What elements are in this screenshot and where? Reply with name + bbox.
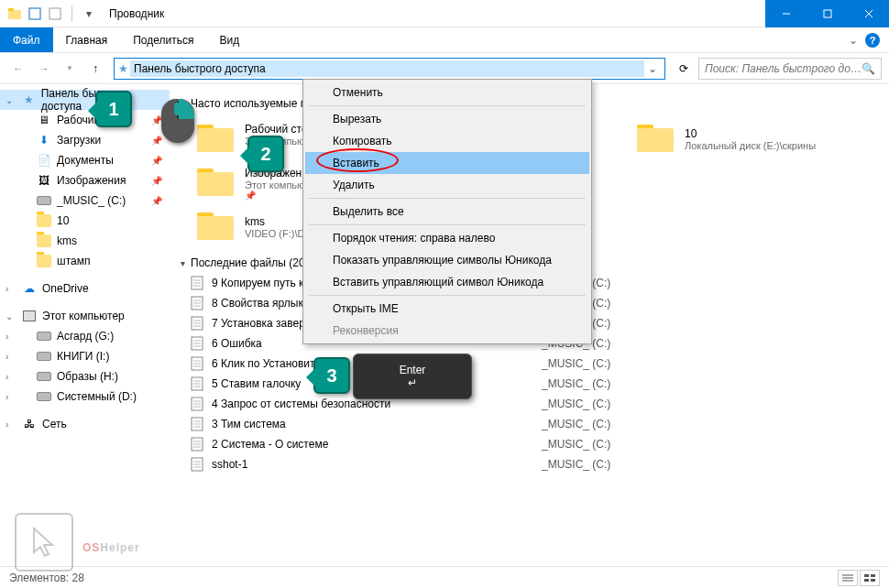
search-input[interactable]	[705, 62, 862, 75]
file-icon	[188, 437, 206, 452]
context-menu-item[interactable]: Открыть IME	[305, 298, 589, 320]
file-name: 2 Система - О системе	[212, 438, 542, 451]
svg-rect-5	[824, 10, 831, 17]
drive-icon	[37, 329, 51, 343]
nav-history-dropdown[interactable]: ▼	[59, 58, 81, 80]
context-menu-item[interactable]: Порядок чтения: справа налево	[305, 227, 589, 249]
view-icons-button[interactable]	[860, 570, 880, 586]
context-menu-item[interactable]: Вставить	[305, 152, 589, 174]
nav-forward-button[interactable]: →	[33, 58, 55, 80]
minimize-button[interactable]	[765, 0, 807, 27]
sidebar-item[interactable]: ›КНИГИ (I:)	[0, 346, 170, 366]
pin-icon: 📌	[151, 156, 162, 166]
file-icon	[188, 296, 206, 310]
maximize-button[interactable]	[807, 0, 848, 27]
file-icon	[188, 457, 206, 472]
ribbon-expand-icon[interactable]: ⌄	[849, 34, 858, 47]
address-bar[interactable]: ★ ⌄	[114, 58, 665, 80]
sidebar-item[interactable]: ⌄Этот компьютер	[0, 306, 170, 326]
chevron-right-icon[interactable]: ›	[5, 284, 8, 294]
recent-file-item[interactable]: 3 Тим система_MUSIC_ (C:)	[188, 414, 889, 434]
address-dropdown-icon[interactable]: ⌄	[644, 62, 661, 75]
search-box[interactable]: 🔍	[698, 58, 882, 80]
context-menu-item[interactable]: Вырезать	[305, 108, 589, 130]
svg-rect-51	[864, 574, 869, 577]
recent-file-item[interactable]: 2 Система - О системе_MUSIC_ (C:)	[188, 434, 889, 454]
recent-file-item[interactable]: 5 Ставим галочку_MUSIC_ (C:)	[188, 374, 889, 394]
sidebar-item-label: Асгард (G:)	[57, 330, 114, 343]
folder-location: Локальный диск (E:)\скрины	[685, 140, 842, 151]
svg-rect-53	[864, 579, 869, 582]
sidebar-item[interactable]: kms	[0, 231, 170, 251]
sidebar-item[interactable]: 📄Документы📌	[0, 150, 170, 170]
drive-icon	[37, 349, 51, 364]
sidebar-item[interactable]: 10	[0, 211, 170, 231]
qa-properties-icon[interactable]	[27, 6, 42, 21]
help-icon[interactable]: ?	[865, 33, 880, 48]
sidebar-item[interactable]: ›🖧Сеть	[0, 414, 170, 434]
annotation-badge-2: 2	[247, 136, 284, 172]
nav-up-button[interactable]: ↑	[84, 58, 106, 80]
separator	[71, 5, 72, 22]
svg-rect-1	[8, 8, 14, 11]
network-icon: 🖧	[22, 417, 37, 431]
chevron-right-icon[interactable]: ›	[5, 352, 8, 362]
close-button[interactable]	[848, 0, 889, 27]
sidebar-item[interactable]: ⌄★Панель быстрого доступа	[0, 90, 170, 110]
chevron-right-icon[interactable]: ›	[5, 392, 8, 402]
sidebar-item[interactable]: ›Образы (H:)	[0, 366, 170, 387]
sidebar-item-label: Изображения	[57, 174, 126, 187]
file-location: _MUSIC_ (C:)	[542, 458, 610, 471]
search-icon[interactable]: 🔍	[862, 62, 875, 75]
chevron-right-icon[interactable]: ›	[5, 372, 8, 382]
chevron-down-icon[interactable]: ⌄	[5, 95, 13, 105]
sidebar-item[interactable]: 🖥Рабочий стол📌	[0, 110, 170, 130]
view-details-button[interactable]	[838, 570, 858, 586]
annotation-badge-1: 1	[95, 91, 132, 127]
desktop-icon: 🖥	[37, 113, 51, 127]
annotation-badge-3: 3	[313, 357, 350, 394]
sidebar-item[interactable]: ›Асгард (G:)	[0, 326, 170, 346]
sidebar-item[interactable]: ⬇Загрузки📌	[0, 130, 170, 150]
refresh-button[interactable]: ⟳	[673, 58, 695, 80]
sidebar-item[interactable]: _MUSIC_ (C:)📌	[0, 191, 170, 211]
context-menu-item[interactable]: Удалить	[305, 174, 589, 196]
ribbon-tab-file[interactable]: Файл	[0, 27, 53, 52]
chevron-down-icon: ▾	[181, 258, 185, 268]
context-menu-item[interactable]: Копировать	[305, 130, 589, 152]
nav-back-button[interactable]: ←	[7, 58, 29, 80]
sidebar-item-label: OneDrive	[42, 282, 89, 295]
drive-icon	[37, 193, 51, 208]
window-title: Проводник	[104, 7, 164, 20]
file-icon	[188, 336, 206, 351]
recent-file-item[interactable]: sshot-1_MUSIC_ (C:)	[188, 454, 889, 474]
context-menu-item[interactable]: Отменить	[305, 82, 589, 103]
address-input[interactable]	[130, 60, 644, 77]
qa-dropdown-icon[interactable]: ▾	[82, 6, 96, 21]
context-menu-item[interactable]: Вставить управляющий символ Юникода	[305, 271, 589, 293]
ribbon-tab-view[interactable]: Вид	[206, 27, 252, 52]
ribbon-tab-home[interactable]: Главная	[53, 27, 121, 52]
context-menu-item: Реконверсия	[305, 320, 589, 342]
sidebar-item[interactable]: ›Системный (D:)	[0, 387, 170, 407]
frequent-folder-item[interactable]: 10Локальный диск (E:)\скрины	[628, 117, 848, 161]
qa-newfolder-icon[interactable]	[48, 6, 62, 21]
context-menu-item[interactable]: Выделить все	[305, 201, 589, 223]
sidebar-item-label: КНИГИ (I:)	[57, 350, 109, 363]
ribbon-tab-share[interactable]: Поделиться	[120, 27, 206, 52]
chevron-down-icon[interactable]: ⌄	[5, 311, 13, 321]
sidebar-item-label: kms	[57, 234, 77, 247]
sidebar-item[interactable]: ›☁OneDrive	[0, 278, 170, 299]
chevron-right-icon[interactable]: ›	[5, 332, 8, 342]
recent-file-item[interactable]: 4 Запрос от системы безопасности_MUSIC_ …	[188, 394, 889, 414]
sidebar-item-label: Системный (D:)	[57, 390, 137, 403]
sidebar-item[interactable]: 🖼Изображения📌	[0, 170, 170, 191]
sidebar-item[interactable]: штамп	[0, 251, 170, 271]
file-location: _MUSIC_ (C:)	[542, 438, 610, 451]
context-menu-item[interactable]: Показать управляющие символы Юникода	[305, 249, 589, 271]
chevron-right-icon[interactable]: ›	[5, 419, 8, 430]
recent-file-item[interactable]: 6 Клик по Установить_MUSIC_ (C:)	[188, 354, 889, 374]
menu-separator	[309, 105, 586, 106]
svg-rect-54	[871, 579, 875, 582]
status-bar: Элементов: 28	[0, 566, 889, 588]
